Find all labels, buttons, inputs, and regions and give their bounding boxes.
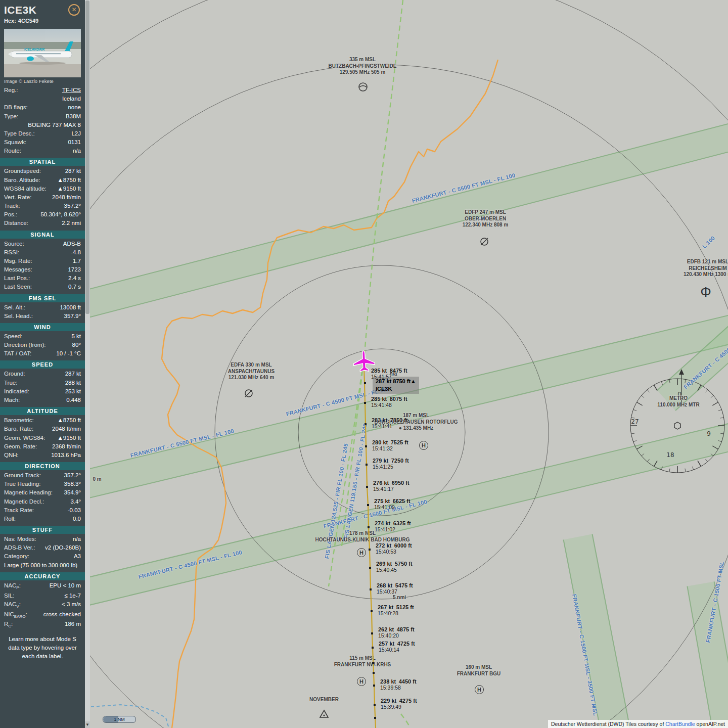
info-row-value: Iceland xyxy=(62,95,81,103)
info-row-label: Nav. Modes: xyxy=(4,535,36,543)
info-row-label: Track: xyxy=(4,202,20,210)
info-row: Type:B38M xyxy=(0,112,85,121)
info-row-value: < 3 m/s xyxy=(62,601,81,610)
info-row-value: 80° xyxy=(72,341,81,349)
info-row-value: 287 kt xyxy=(65,370,81,378)
info-row-label: Last Seen: xyxy=(4,283,32,291)
section-header: WIND xyxy=(0,323,85,331)
info-row-value: 0131 xyxy=(68,139,81,146)
photo-credit: Image © Laszlo Fekete xyxy=(4,78,81,84)
info-row-value: 10 / -1 °C xyxy=(56,350,81,357)
hex-label: Hex: xyxy=(4,18,16,24)
trail-label: 262 kt 4875 ft15:40:20 xyxy=(378,626,415,639)
selected-aircraft-icon[interactable] xyxy=(351,348,377,375)
info-row: Roll:0.0 xyxy=(0,515,85,523)
trail-label: 267 kt 5125 ft15:40:28 xyxy=(378,604,414,616)
scrollbar-thumb[interactable] xyxy=(85,1,89,314)
close-icon[interactable]: ✕ xyxy=(68,4,80,16)
info-row-value: 1.7 xyxy=(73,257,81,265)
info-row-label: ADS-B Ver.: xyxy=(4,544,35,552)
info-row: Source:ADS-B xyxy=(0,240,85,248)
info-row-label: Vert. Rate: xyxy=(4,194,31,201)
info-row-value: EPU < 10 m xyxy=(50,582,81,591)
info-row-label: Mach: xyxy=(4,396,20,404)
info-row: Last Pos.:2.4 s xyxy=(0,274,85,283)
airplane-icon xyxy=(351,348,377,375)
info-row-label: Barometric: xyxy=(4,417,34,424)
info-row-value: A3 xyxy=(74,553,81,560)
info-row-label: Messages: xyxy=(4,266,32,274)
info-row-value: 13008 ft xyxy=(60,304,81,311)
info-row: NACV:< 3 m/s xyxy=(0,600,85,610)
info-row-value: ▲8750 ft xyxy=(57,417,81,424)
info-row-label: Indicated: xyxy=(4,388,29,395)
info-row: Large (75 000 to 300 000 lb) xyxy=(0,561,85,570)
info-row: Indicated:253 kt xyxy=(0,387,85,396)
info-row: Track:357.2° xyxy=(0,202,85,210)
info-row: SIL:≤ 1e-7 xyxy=(0,592,85,600)
scale-label: 1 NM xyxy=(114,717,125,722)
info-row: Vert. Rate:2048 ft/min xyxy=(0,193,85,202)
info-row-value: 2048 ft/min xyxy=(52,194,81,201)
info-row-value: 0.0 xyxy=(73,515,81,523)
aircraft-tooltip: 287 kt 8750 ft▲ ICE3K xyxy=(373,377,419,394)
attribution-suffix: openAIP.net xyxy=(695,721,725,727)
info-row-label: Magnetic Heading: xyxy=(4,489,53,496)
info-row-value: 288 kt xyxy=(65,379,81,387)
info-row-value: 1723 xyxy=(68,266,81,274)
panel-header: ICE3K ✕ Hex:4CC549 xyxy=(0,0,85,26)
info-row-value: 5 kt xyxy=(71,333,81,340)
map-attribution: Deutscher Wetterdienst (DWD) Tiles court… xyxy=(548,720,728,728)
info-row-label: True: xyxy=(4,379,17,387)
trail-label: 229 kt 4275 ft15:39:49 xyxy=(381,698,417,710)
info-row-label: Route: xyxy=(4,147,21,155)
trail-label: 279 kt 7250 ft15:41:25 xyxy=(373,458,409,470)
info-row: Ground Track:357.2° xyxy=(0,471,85,480)
info-row-value: Large (75 000 to 300 000 lb) xyxy=(4,562,77,568)
app-root: ICE3K ✕ Hex:4CC549 xyxy=(0,0,728,728)
info-row: Direction (from):80° xyxy=(0,341,85,349)
info-row-label: Roll: xyxy=(4,515,16,523)
info-row: True Heading:358.3° xyxy=(0,480,85,488)
section-header: DIRECTION xyxy=(0,462,85,470)
info-row: Last Seen:0.7 s xyxy=(0,283,85,291)
info-row: BOEING 737 MAX 8 xyxy=(0,121,85,129)
info-row-label: Baro. Altitude: xyxy=(4,176,40,184)
hex-value: 4CC549 xyxy=(18,18,38,24)
info-row-value: 50.304°, 8.620° xyxy=(40,211,81,218)
panel-footer-note: Learn more about Mode S data type by hov… xyxy=(0,630,85,665)
info-row: Groundspeed:287 kt xyxy=(0,167,85,175)
info-row-value: 2.4 s xyxy=(68,275,81,282)
info-row-label: Pos.: xyxy=(4,211,17,218)
info-row-label: Sel. Alt.: xyxy=(4,304,25,311)
scrollbar-down-arrow-icon[interactable]: ▼ xyxy=(85,721,90,728)
info-row-value: B38M xyxy=(66,113,81,120)
info-row-value: v2 (DO-260B) xyxy=(45,544,81,552)
chartbundle-link[interactable]: ChartBundle xyxy=(665,721,695,727)
info-row-value: 354.9° xyxy=(64,489,81,496)
info-row: Baro. Rate:2048 ft/min xyxy=(0,425,85,433)
map[interactable]: 027189 FRANKFURT - C 5500 FT MSL - FL 10… xyxy=(90,0,728,728)
info-row-label: RC: xyxy=(4,620,13,629)
info-row-value: -4.8 xyxy=(71,249,81,256)
aircraft-photo-art: ICELANDAIR xyxy=(4,29,81,77)
info-sections: Reg.:TF-ICSIcelandDB flags:noneType:B38M… xyxy=(0,86,85,630)
info-row: Track Rate:-0.03 xyxy=(0,506,85,515)
info-row-label: True Heading: xyxy=(4,480,40,488)
info-row: Distance:2.2 nmi xyxy=(0,219,85,228)
info-row-value: 0.448 xyxy=(66,396,81,404)
info-row-label: Ground Track: xyxy=(4,472,41,479)
info-row-label: Geom. Rate: xyxy=(4,443,37,450)
trail-label: 268 kt 5475 ft15:40:37 xyxy=(377,582,413,595)
attribution-text: Deutscher Wetterdienst (DWD) Tiles court… xyxy=(551,721,665,727)
trail-label: 272 kt 6000 ft15:40:53 xyxy=(376,542,412,555)
info-row-value: ADS-B xyxy=(63,240,81,248)
hex-row: Hex:4CC549 xyxy=(4,18,81,24)
info-row-value[interactable]: TF-ICS xyxy=(62,86,81,94)
info-row-value: 2368 ft/min xyxy=(52,443,81,450)
sidebar-scrollbar[interactable]: ▼ xyxy=(85,0,90,728)
info-row: Ground:287 kt xyxy=(0,370,85,378)
info-row-value: ▲9150 ft xyxy=(57,185,81,193)
trail-label: 274 kt 6325 ft15:41:02 xyxy=(375,520,411,532)
aircraft-photo[interactable]: ICELANDAIR xyxy=(4,29,81,77)
